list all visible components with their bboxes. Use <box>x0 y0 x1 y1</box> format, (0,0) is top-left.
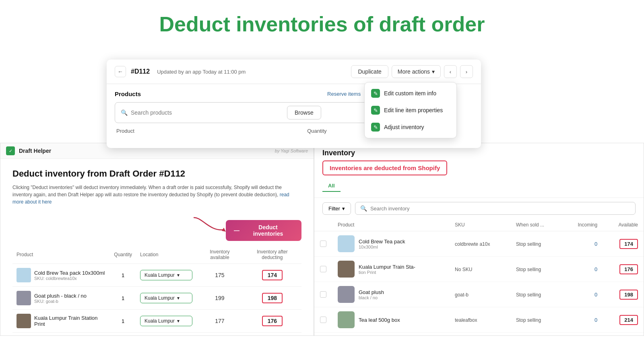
deduct-inventories-button[interactable]: — Deduct inventories <box>226 220 301 241</box>
location-select[interactable]: Kuala Lumpur▾ <box>140 270 192 280</box>
inv-deducted-banner: Inventories are deducted from Shopify <box>322 160 447 175</box>
browse-button[interactable]: Browse <box>287 106 321 119</box>
back-button[interactable]: ← <box>115 66 126 77</box>
inv-product-cell: Goat plush black / no <box>332 282 449 307</box>
row-checkbox[interactable] <box>320 266 326 272</box>
inv-incoming-value: 0 <box>594 241 597 247</box>
order-meta: Updated by an app Today at 11:00 pm <box>157 69 246 75</box>
inv-col-sku: SKU <box>449 219 510 231</box>
dh-product-cell: Kuala Lumpur Train Station Print <box>12 310 110 333</box>
inv-when-sold-cell: Stop selling <box>510 307 562 333</box>
inv-col-available: Available <box>603 219 644 231</box>
dropdown-item-edit-custom[interactable]: ✎ Edit custom item info <box>365 85 456 102</box>
row-checkbox[interactable] <box>320 317 326 323</box>
dropdown-label-edit-line: Edit line item properties <box>384 107 443 113</box>
inv-when-sold-value: Stop selling <box>516 267 541 272</box>
dh-inv-after-cell: 176 <box>243 310 301 333</box>
product-image <box>17 291 31 305</box>
product-sku: SKU: goat-b <box>34 299 87 304</box>
dh-location-cell: Kuala Lumpur▾ <box>136 264 196 287</box>
col-product: Product <box>116 128 288 134</box>
inv-tab-all[interactable]: All <box>322 180 341 192</box>
next-arrow-button[interactable]: › <box>460 65 473 78</box>
deduct-area: — Deduct inventories <box>12 214 301 238</box>
inventory-panel: Inventory Inventories are deducted from … <box>314 143 644 336</box>
inv-tabs: All <box>322 180 636 192</box>
inv-when-sold-value: Stop selling <box>516 317 541 323</box>
inv-available-cell: 214 <box>603 307 644 333</box>
inv-checkbox-cell <box>314 307 332 333</box>
dh-body: Deduct inventory from Draft Order #D112 … <box>0 159 314 336</box>
inv-search-bar: 🔍 <box>355 202 636 215</box>
product-image <box>17 268 31 282</box>
dropdown-item-edit-line[interactable]: ✎ Edit line item properties <box>365 102 456 119</box>
dropdown-item-adjust-inventory[interactable]: ✎ Adjust inventory <box>365 119 456 136</box>
chevron-down-icon: ▾ <box>342 206 345 212</box>
col-quantity: Quantity <box>288 128 345 134</box>
inv-available-cell: 174 <box>603 231 644 257</box>
inventory-after-value: 176 <box>262 316 283 326</box>
products-title: Products <box>115 90 141 97</box>
location-select[interactable]: Kuala Lumpur▾ <box>140 293 192 303</box>
reserve-items-link[interactable]: Reserve items <box>327 91 361 97</box>
inv-checkbox-cell <box>314 231 332 257</box>
product-name: Cold Brew Tea pack 10x300ml <box>34 270 105 276</box>
search-icon: 🔍 <box>121 109 128 116</box>
location-select[interactable]: Kuala Lumpur▾ <box>140 316 192 326</box>
inv-available-value: 214 <box>619 315 638 325</box>
inv-product-image <box>338 286 355 303</box>
dh-product-cell: Goat plush - black / no SKU: goat-b <box>12 287 110 310</box>
search-inventory-input[interactable] <box>370 206 630 212</box>
product-sku: SKU: coldbrewtea10x <box>34 276 105 281</box>
inv-product-cell: Cold Brew Tea pack 10x300ml <box>332 231 449 257</box>
inv-panel-header: Inventory Inventories are deducted from … <box>314 143 644 198</box>
inv-product-image <box>338 235 355 252</box>
more-actions-button[interactable]: More actions ▾ <box>392 65 441 78</box>
dh-location-cell: Kuala Lumpur▾ <box>136 287 196 310</box>
inventory-after-value: 198 <box>262 293 283 303</box>
inv-sku-cell: coldbrewte a10x <box>449 231 510 257</box>
inv-table-row: Kuala Lumpur Train Sta- tion Print No SK… <box>314 257 644 282</box>
inv-table-row: Cold Brew Tea pack 10x300ml coldbrewte a… <box>314 231 644 257</box>
search-icon: 🔍 <box>360 205 367 212</box>
minus-icon: — <box>234 227 239 234</box>
filter-button[interactable]: Filter ▾ <box>322 202 351 215</box>
dropdown-label-adjust-inventory: Adjust inventory <box>384 124 424 130</box>
inv-when-sold-value: Stop selling <box>516 292 541 298</box>
dh-brand: by Yagi Software <box>275 148 308 153</box>
inv-sku-value: coldbrewte a10x <box>455 241 490 247</box>
product-name: Kuala Lumpur Train Station Print <box>34 315 106 327</box>
dh-inv-available-cell: 175 <box>196 264 243 287</box>
prev-arrow-button[interactable]: ‹ <box>444 65 457 78</box>
shopify-panel: ← #D112 Updated by an app Today at 11:00… <box>107 60 481 148</box>
search-products-input[interactable] <box>131 109 284 116</box>
inv-products-table: Product SKU When sold ... Incoming Avail… <box>314 219 644 333</box>
inv-incoming-cell: 0 <box>562 307 603 333</box>
chevron-down-icon: ▾ <box>432 68 435 75</box>
adjust-inventory-icon: ✎ <box>371 123 380 132</box>
dh-inv-after-cell: 174 <box>243 264 301 287</box>
inv-when-sold-cell: Stop selling <box>510 282 562 307</box>
inv-available-value: 174 <box>619 239 638 249</box>
duplicate-button[interactable]: Duplicate <box>351 65 388 78</box>
dh-quantity-cell: 1 <box>110 310 136 333</box>
inv-product-name: Kuala Lumpur Train Sta- <box>359 264 415 270</box>
dh-logo: ✓ <box>6 146 15 155</box>
inv-sku-cell: No SKU <box>449 257 510 282</box>
inv-filter-bar: Filter ▾ 🔍 <box>314 198 644 219</box>
inv-product-name: Cold Brew Tea pack <box>359 239 405 245</box>
inv-checkbox-cell <box>314 282 332 307</box>
table-headers: Product Quantity Total <box>115 128 405 134</box>
inv-when-sold-cell: Stop selling <box>510 257 562 282</box>
edit-custom-icon: ✎ <box>371 89 380 98</box>
inv-sku-cell: goat-b <box>449 282 510 307</box>
products-header: Products Reserve items Add custom item <box>115 90 405 97</box>
inv-incoming-value: 0 <box>594 317 597 323</box>
inv-available-cell: 198 <box>603 282 644 307</box>
row-checkbox[interactable] <box>320 291 326 298</box>
inv-product-name: Tea leaf 500g box <box>359 317 400 323</box>
dh-description: Clicking "Deduct inventories" will deduc… <box>12 184 294 206</box>
dh-col-location: Location <box>136 246 196 264</box>
dh-inv-after-cell: 198 <box>243 287 301 310</box>
row-checkbox[interactable] <box>320 241 326 247</box>
